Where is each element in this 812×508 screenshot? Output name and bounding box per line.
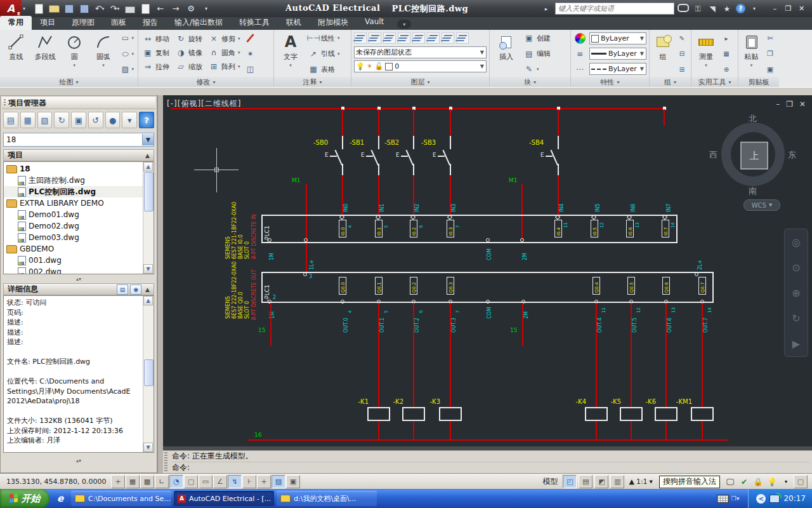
save-as-button[interactable] <box>62 3 76 15</box>
hatch-button[interactable]: ▨▾ <box>119 64 136 75</box>
status-toggle-6[interactable]: ▢ <box>184 475 198 488</box>
showmotion-icon[interactable]: ▶ <box>792 338 800 350</box>
scroll-down-icon[interactable]: ▼ <box>143 264 153 274</box>
tab-6[interactable]: 输入/输出数据 <box>166 16 231 30</box>
tree-project-4[interactable]: EXTRA LIBRARY DEMO <box>4 197 143 209</box>
palette-bottom-grip[interactable]: ▴▾ <box>1 457 157 464</box>
palette-title[interactable]: 项目管理器 <box>2 97 155 109</box>
tray-trusted-icon[interactable]: ✔ <box>738 476 750 488</box>
status-toggle-10[interactable]: ⊦ <box>242 475 256 488</box>
workspace-button[interactable]: ⚙ <box>184 3 198 15</box>
details-collapse-icon[interactable]: ▲ <box>145 286 150 293</box>
logo-caret-icon[interactable]: ▾ <box>23 6 25 11</box>
annotate-panel-title[interactable]: 注释▾ <box>274 77 351 87</box>
status-toggle-3[interactable]: ▩ <box>140 475 154 488</box>
tree-scroll-thumb[interactable] <box>144 172 154 211</box>
project-publish-button[interactable]: ▣ <box>71 112 86 128</box>
pan-icon[interactable]: ⊙ <box>792 262 800 274</box>
details-list-button[interactable]: ▤ <box>117 284 128 295</box>
combo-dropdown-icon[interactable]: ▼ <box>142 134 154 145</box>
leader-button[interactable]: ↗引线▾ <box>306 48 342 60</box>
lineweight-combo[interactable]: ByLayer▼ <box>589 48 646 60</box>
text-button[interactable]: A 文字▾ <box>277 32 304 77</box>
status-toggle-8[interactable]: ∠ <box>213 475 227 488</box>
tray-expand-icon[interactable]: ❐▾ <box>731 495 740 502</box>
layers-panel-title[interactable]: 图层▾ <box>351 77 489 87</box>
ungroup-button[interactable]: ⊟ <box>676 48 688 60</box>
autocad-logo-button[interactable]: AE <box>0 0 22 17</box>
modify-7-button[interactable]: ⇒拉伸 <box>141 61 171 72</box>
plot-button[interactable] <box>123 3 137 15</box>
keyboard-tray-icon[interactable] <box>717 495 729 503</box>
tree-drawing-6[interactable]: Demo02.dwg <box>4 220 143 232</box>
compass-east[interactable]: 东 <box>788 149 796 161</box>
command-prompt[interactable]: 命令: <box>172 462 809 473</box>
key-icon[interactable]: ⚿ <box>692 4 704 13</box>
tab-3[interactable]: 原理图 <box>63 16 103 30</box>
projects-header[interactable]: 项目▲ <box>3 149 154 161</box>
explode-button[interactable]: ✶ <box>244 48 257 60</box>
status-toggle-7[interactable]: ▭ <box>199 475 213 488</box>
measure-button[interactable]: 测量▾ <box>694 32 718 77</box>
quick-calc-button[interactable]: ▦ <box>720 48 733 60</box>
offset-button[interactable]: ◫ <box>244 64 257 75</box>
color-combo[interactable]: ByLayer▼ <box>589 32 646 44</box>
layout-tab-button[interactable]: ▤ <box>579 475 593 488</box>
lineweight-list-button[interactable]: ≡ <box>573 48 587 60</box>
status-toggle-9[interactable]: ↯ <box>228 475 242 488</box>
tab-9[interactable]: 附加模块 <box>310 16 357 30</box>
taskbar-window-2[interactable]: AAutoCAD Electrical - [... <box>174 491 274 506</box>
modify-2-button[interactable]: ↻旋转 <box>174 33 204 44</box>
compass-west[interactable]: 西 <box>709 149 717 161</box>
quick-view-drawings-button[interactable]: ▥ <box>610 475 624 488</box>
details-header[interactable]: 详细信息 ▤ ◉ ▲ <box>3 283 154 295</box>
model-space-button[interactable]: 模型 <box>539 476 561 487</box>
save-button[interactable] <box>77 3 91 15</box>
modify-4-button[interactable]: ▣复制 <box>141 47 171 58</box>
cut-button[interactable]: ✄ <box>764 32 776 44</box>
wcs-menu-button[interactable]: WCS▼ <box>743 199 780 211</box>
tab-7[interactable]: 转换工具 <box>231 16 278 30</box>
compass-north[interactable]: 北 <box>749 113 757 124</box>
arc-button[interactable]: 圆弧▾ <box>90 32 117 77</box>
ribbon-minimize-button[interactable]: ▾ <box>397 20 411 29</box>
project-refresh-button[interactable]: ↻ <box>54 112 69 128</box>
internet-explorer-icon[interactable]: e <box>55 493 66 504</box>
drawing-canvas[interactable]: -SB0E-SB1E-SB2E-SB3E-SB4EM1M1SIEMENS6ES7… <box>163 95 812 446</box>
status-toggle-11[interactable]: + <box>257 475 271 488</box>
circle-button[interactable]: 圆▾ <box>61 32 88 77</box>
id-point-button[interactable]: ⊕ <box>720 64 733 75</box>
modify-9-button[interactable]: ⊞阵列▾ <box>207 61 242 72</box>
project-web-button[interactable]: ● <box>105 112 121 128</box>
project-new-button[interactable]: ▦ <box>20 112 36 128</box>
doc-restore-button[interactable]: ❐ <box>786 100 793 109</box>
layer-tool-8-button[interactable] <box>456 32 469 44</box>
tab-8[interactable]: 联机 <box>278 16 310 30</box>
quick-view-layouts-button[interactable]: ◩ <box>594 475 608 488</box>
collapse-icon[interactable]: ▲ <box>145 152 150 159</box>
tree-drawing-3[interactable]: PLC控制回路.dwg <box>4 186 143 197</box>
tree-drawing-10[interactable]: 002.dwg <box>4 266 143 274</box>
undo-button[interactable]: ↶▾ <box>93 3 107 15</box>
paste-special-button[interactable]: ▣ <box>764 64 776 75</box>
viewcube[interactable]: 北 南 西 东 上 <box>712 114 794 197</box>
annotation-scale-button[interactable]: ▲ 1:1 ▼ <box>626 478 655 486</box>
close-button[interactable]: ✕ <box>795 3 808 15</box>
forward-button[interactable]: → <box>169 3 183 15</box>
communication-center-icon[interactable]: ◥ <box>707 4 718 13</box>
polyline-button[interactable]: 多段线 <box>32 32 59 77</box>
restore-button[interactable]: ❐ <box>782 3 795 15</box>
project-task-list-button[interactable]: ▧ <box>37 112 53 128</box>
status-toggle-13[interactable]: ▣ <box>286 475 300 488</box>
tray-display-icon[interactable]: 🖵 <box>724 476 737 488</box>
project-more-button[interactable]: ▾ <box>122 112 137 128</box>
command-window[interactable]: 命令: 正在重生成模型。 命令: <box>163 450 812 474</box>
group-panel-title[interactable]: 组▾ <box>650 77 691 87</box>
search-expand-icon[interactable]: ▸ <box>540 6 552 12</box>
modify-3-button[interactable]: ×修剪▾ <box>207 33 242 44</box>
project-combo[interactable]: ▼ <box>3 133 154 147</box>
tree-scrollbar[interactable]: ▲ ▼ <box>143 162 154 274</box>
layer-tool-3-button[interactable] <box>383 32 396 44</box>
modify-panel-title[interactable]: 修改▾ <box>138 77 273 87</box>
help-dropdown-icon[interactable]: ▾ <box>749 6 760 11</box>
